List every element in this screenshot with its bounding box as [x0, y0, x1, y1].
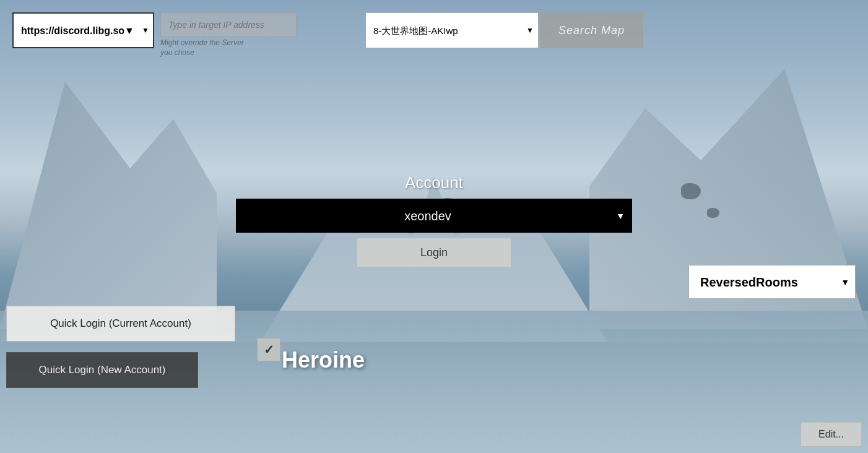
account-select[interactable]: xeondev [236, 199, 632, 233]
login-button[interactable]: Login [357, 238, 511, 267]
checkbox-wrapper: ✓ [257, 338, 280, 361]
ip-address-input[interactable] [160, 12, 297, 37]
quick-login-current-button[interactable]: Quick Login (Current Account) [6, 306, 235, 342]
account-section: Account xeondev ▼ Login [236, 173, 632, 267]
rock-decoration-3 [681, 183, 701, 199]
ip-hint: Might override the Server you chose [160, 38, 297, 58]
quick-login-new-button[interactable]: Quick Login (New Account) [6, 352, 198, 388]
edit-button[interactable]: Edit... [801, 422, 862, 447]
server-url-select[interactable]: https://discord.libg.so▼ [12, 12, 154, 48]
search-map-button[interactable]: Search Map [540, 12, 643, 48]
server-type-dropdown-wrapper: ReversedRooms ▼ [688, 265, 856, 299]
checkbox-checkmark: ✓ [264, 342, 274, 357]
rock-decoration-4 [707, 208, 719, 218]
heroine-label: Heroine [282, 348, 365, 373]
server-type-select[interactable]: ReversedRooms [688, 265, 856, 299]
map-dropdown-wrapper: 8-大世界地图-AKIwp ▼ [365, 12, 539, 48]
account-label: Account [405, 173, 463, 192]
account-select-wrapper: xeondev ▼ [236, 199, 632, 233]
map-select-area: 8-大世界地图-AKIwp ▼ Search Map [365, 12, 643, 48]
map-select[interactable]: 8-大世界地图-AKIwp [365, 12, 539, 48]
server-url-wrapper: https://discord.libg.so▼ ▼ [12, 12, 154, 48]
server-type-wrapper: ReversedRooms ▼ [688, 265, 856, 299]
ip-input-wrapper: Might override the Server you chose [160, 12, 297, 58]
checkbox[interactable]: ✓ [257, 338, 280, 361]
